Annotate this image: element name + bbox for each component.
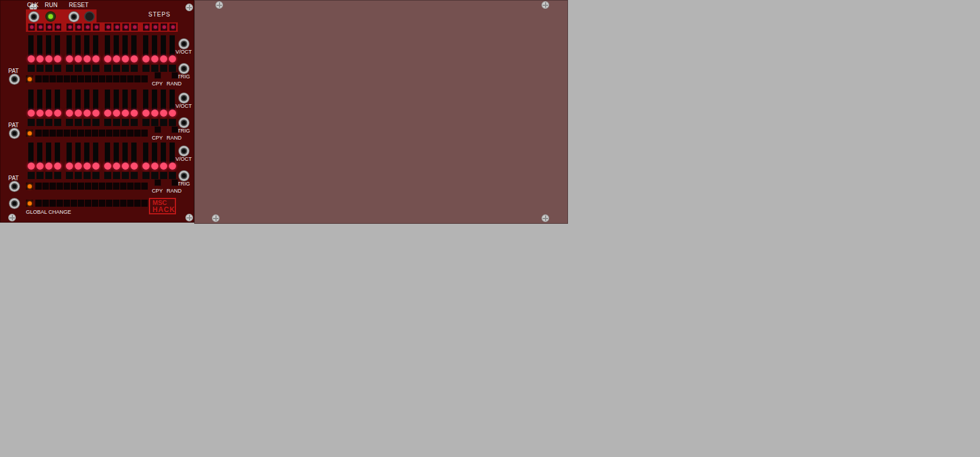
pattern-step-button[interactable] (57, 183, 63, 190)
random-button[interactable] (171, 179, 178, 186)
pattern-step-button[interactable] (71, 75, 77, 82)
pitch-slider-handle[interactable] (66, 163, 73, 170)
slider-lower-cell[interactable] (92, 119, 99, 126)
slider-lower-cell[interactable] (113, 172, 120, 179)
global-step-button[interactable] (106, 200, 112, 207)
pattern-step-button[interactable] (141, 130, 148, 137)
pattern-step-button[interactable] (64, 130, 70, 137)
pitch-slider-handle[interactable] (54, 110, 61, 117)
pattern-step-button[interactable] (35, 75, 42, 82)
slider-lower-cell[interactable] (160, 119, 167, 126)
pattern-step-button[interactable] (78, 75, 84, 82)
pitch-slider-handle[interactable] (151, 110, 158, 117)
pattern-step-button[interactable] (141, 183, 148, 190)
slider-lower-cell[interactable] (131, 119, 138, 126)
pitch-slider-handle[interactable] (122, 110, 129, 117)
pattern-step-button[interactable] (120, 183, 127, 190)
slider-lower-cell[interactable] (66, 172, 73, 179)
slider-lower-cell[interactable] (84, 65, 91, 72)
pattern-step-button[interactable] (49, 183, 56, 190)
pattern-step-button[interactable] (99, 183, 105, 190)
pattern-step-button[interactable] (106, 130, 112, 137)
pattern-step-button[interactable] (106, 75, 112, 82)
slider-lower-cell[interactable] (45, 65, 52, 72)
slider-lower-cell[interactable] (54, 65, 61, 72)
pattern-step-button[interactable] (99, 75, 105, 82)
slider-lower-cell[interactable] (75, 172, 82, 179)
reset-button[interactable] (84, 11, 95, 22)
pattern-step-button[interactable] (35, 130, 42, 137)
pattern-step-button[interactable] (71, 130, 77, 137)
pat-input-jack[interactable] (9, 128, 19, 138)
pattern-step-button[interactable] (78, 130, 84, 137)
trig-output-jack[interactable] (179, 171, 189, 181)
pat-input-jack[interactable] (9, 74, 19, 84)
slider-lower-cell[interactable] (84, 172, 91, 179)
global-step-button[interactable] (64, 200, 70, 207)
pitch-slider-handle[interactable] (104, 55, 111, 62)
clk-input-jack[interactable] (29, 12, 39, 22)
slider-lower-cell[interactable] (92, 65, 99, 72)
slider-lower-cell[interactable] (160, 172, 167, 179)
pattern-step-button[interactable] (42, 183, 49, 190)
slider-lower-cell[interactable] (142, 119, 150, 126)
pattern-step-button[interactable] (85, 75, 91, 82)
copy-button[interactable] (154, 179, 161, 186)
voct-output-jack[interactable] (179, 39, 189, 49)
slider-lower-cell[interactable] (151, 119, 158, 126)
pattern-step-button[interactable] (49, 130, 56, 137)
pitch-slider-handle[interactable] (131, 55, 138, 62)
pattern-step-button[interactable] (134, 75, 141, 82)
pattern-step-button[interactable] (134, 183, 141, 190)
pitch-slider-handle[interactable] (142, 55, 150, 62)
slider-lower-cell[interactable] (104, 172, 111, 179)
pitch-slider-handle[interactable] (28, 55, 35, 62)
pitch-slider-handle[interactable] (131, 110, 138, 117)
pattern-step-button[interactable] (120, 75, 127, 82)
pattern-step-button[interactable] (99, 130, 105, 137)
pitch-slider-handle[interactable] (169, 55, 176, 62)
random-button[interactable] (171, 72, 178, 79)
slider-lower-cell[interactable] (28, 172, 35, 179)
slider-lower-cell[interactable] (169, 119, 176, 126)
slider-lower-cell[interactable] (122, 172, 129, 179)
pitch-slider-handle[interactable] (75, 55, 82, 62)
pattern-step-button[interactable] (92, 183, 98, 190)
global-step-button[interactable] (134, 200, 141, 207)
global-step-button[interactable] (120, 200, 127, 207)
pattern-step-button[interactable] (35, 183, 42, 190)
slider-lower-cell[interactable] (54, 172, 61, 179)
pitch-slider-handle[interactable] (131, 163, 138, 170)
pattern-step-button[interactable] (57, 75, 63, 82)
slider-lower-cell[interactable] (92, 172, 99, 179)
pattern-step-button[interactable] (127, 183, 134, 190)
pitch-slider-handle[interactable] (92, 163, 99, 170)
slider-lower-cell[interactable] (75, 119, 82, 126)
pitch-slider-handle[interactable] (160, 55, 167, 62)
pitch-slider-handle[interactable] (92, 110, 99, 117)
trig-output-jack[interactable] (179, 64, 189, 74)
pattern-step-button[interactable] (64, 75, 70, 82)
pitch-slider-handle[interactable] (45, 163, 52, 170)
global-step-button[interactable] (71, 200, 77, 207)
slider-lower-cell[interactable] (142, 172, 150, 179)
voct-output-jack[interactable] (179, 93, 189, 103)
global-step-button[interactable] (99, 200, 105, 207)
pitch-slider-handle[interactable] (36, 163, 44, 170)
pitch-slider-handle[interactable] (75, 110, 82, 117)
voct-output-jack[interactable] (179, 146, 189, 156)
slider-lower-cell[interactable] (113, 65, 120, 72)
pattern-step-button[interactable] (113, 183, 119, 190)
pitch-slider-handle[interactable] (92, 55, 99, 62)
pitch-slider-handle[interactable] (66, 55, 73, 62)
copy-button[interactable] (154, 126, 161, 133)
slider-lower-cell[interactable] (66, 119, 73, 126)
pitch-slider-handle[interactable] (142, 110, 150, 117)
slider-lower-cell[interactable] (113, 119, 120, 126)
pattern-step-button[interactable] (85, 130, 91, 137)
slider-lower-cell[interactable] (104, 65, 111, 72)
reset-input-jack[interactable] (69, 12, 79, 22)
pat-input-jack[interactable] (9, 181, 19, 191)
pattern-step-button[interactable] (113, 75, 119, 82)
pattern-step-button[interactable] (113, 130, 119, 137)
